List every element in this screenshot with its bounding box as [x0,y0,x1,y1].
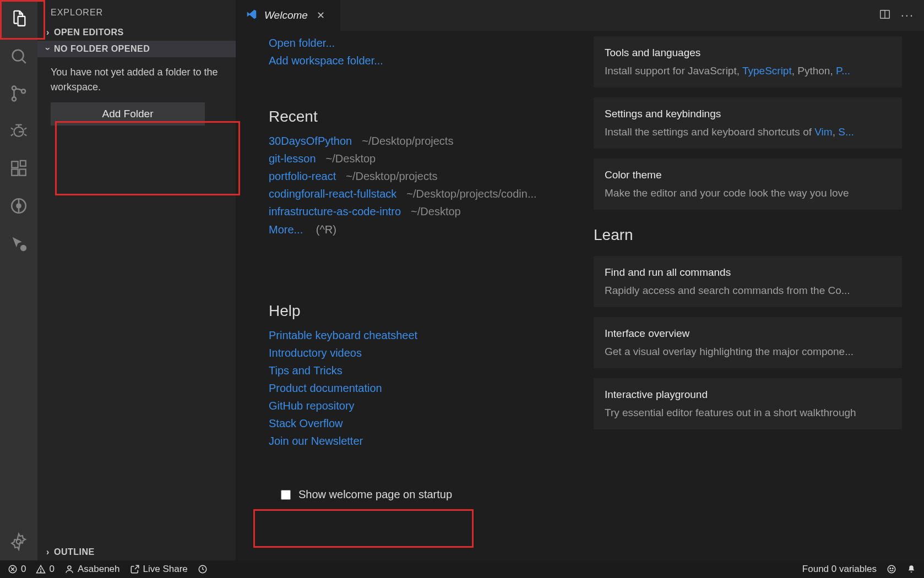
add-folder-button[interactable]: Add Folder [51,102,205,126]
card-sub: Make the editor and your code look the w… [605,186,891,201]
card-title: Color theme [605,167,891,183]
recent-list: 30DaysOfPython~/Desktop/projects git-les… [269,132,561,220]
recent-shortcut: (^R) [316,223,336,236]
no-folder-label: NO FOLDER OPENED [54,44,150,54]
status-warnings[interactable]: 0 [36,564,54,575]
card-sub: Try essential editor features out in a s… [605,405,891,421]
card-title: Find and run all commands [605,265,891,281]
card-interactive-playground[interactable]: Interactive playground Try essential edi… [594,378,902,429]
card-sub: Install the settings and keyboard shortc… [605,124,891,140]
status-variables[interactable]: Found 0 variables [802,564,877,575]
typescript-link[interactable]: TypeScript [742,65,792,77]
vim-link[interactable]: Vim [814,126,832,138]
show-welcome-label: Show welcome page on startup [298,488,452,501]
settings-gear-icon[interactable] [0,523,37,560]
open-editors-label: OPEN EDITORS [54,28,124,37]
tab-welcome[interactable]: Welcome ✕ [236,0,340,31]
show-welcome-checkbox-row[interactable]: Show welcome page on startup [269,483,464,506]
help-link[interactable]: Printable keyboard cheatsheet [269,329,417,341]
recent-item[interactable]: infrastructure-as-code-intro [269,205,401,217]
more-icon[interactable]: ··· [901,8,914,23]
outline-header[interactable]: › OUTLINE [37,544,236,560]
svg-rect-6 [12,161,18,167]
recent-item[interactable]: portfolio-react [269,170,336,182]
recent-item[interactable]: codingforall-react-fullstack [269,188,396,200]
split-editor-icon[interactable] [879,8,891,23]
card-title: Interactive playground [605,387,891,403]
editor-area: Welcome ✕ ··· Open folder... Add workspa… [236,0,924,560]
tab-label: Welcome [264,9,308,21]
svg-point-17 [68,566,71,569]
more-keymap-link[interactable]: S... [838,126,854,138]
recent-path: ~/Desktop/projects/codin... [406,188,536,200]
status-feedback-icon[interactable] [887,564,896,574]
recent-item[interactable]: git-lesson [269,152,316,165]
svg-point-2 [12,86,16,90]
card-title: Settings and keybindings [605,106,891,122]
recent-path: ~/Desktop [411,205,461,217]
recent-item[interactable]: 30DaysOfPython [269,135,352,147]
recent-path: ~/Desktop/projects [362,135,453,147]
chevron-down-icon: › [43,44,53,54]
no-folder-body: You have not yet added a folder to the w… [37,57,236,139]
svg-point-20 [890,568,891,569]
svg-point-16 [41,571,41,572]
help-link[interactable]: Product documentation [269,382,382,394]
svg-point-21 [893,568,894,569]
open-folder-link[interactable]: Open folder... [269,37,335,49]
explorer-sidebar: EXPLORER › OPEN EDITORS › NO FOLDER OPEN… [37,0,236,560]
help-link[interactable]: Tips and Tricks [269,364,343,377]
live-share-icon[interactable] [0,225,37,262]
status-bell-icon[interactable] [906,564,916,574]
svg-rect-7 [12,169,18,175]
svg-rect-8 [19,169,25,175]
help-heading: Help [269,302,561,320]
chevron-right-icon: › [43,28,53,37]
svg-point-3 [12,97,16,101]
activity-bar [0,0,37,560]
status-user[interactable]: Asabeneh [64,564,120,575]
help-link[interactable]: Stack Overflow [269,417,343,429]
svg-rect-9 [20,161,26,166]
close-icon[interactable]: ✕ [314,9,327,21]
card-settings[interactable]: Settings and keybindings Install the set… [594,97,902,149]
tab-bar: Welcome ✕ ··· [236,0,924,31]
sidebar-title: EXPLORER [37,0,236,24]
open-editors-header[interactable]: › OPEN EDITORS [37,24,236,41]
help-link[interactable]: Introductory videos [269,347,362,359]
no-folder-message: You have not yet added a folder to the w… [51,65,225,95]
status-history-icon[interactable] [198,564,208,574]
svg-point-1 [13,50,24,61]
debug-icon[interactable] [0,112,37,150]
help-link[interactable]: GitHub repository [269,400,355,412]
gitlens-icon[interactable] [0,187,37,225]
explorer-icon[interactable] [0,0,37,37]
extensions-icon[interactable] [0,150,37,187]
add-workspace-link[interactable]: Add workspace folder... [269,54,383,67]
card-title: Interface overview [605,326,891,342]
recent-more-link[interactable]: More... [269,223,303,236]
source-control-icon[interactable] [0,75,37,112]
show-welcome-checkbox[interactable] [281,490,291,500]
card-sub: Rapidly access and search commands from … [605,283,891,299]
help-link[interactable]: Join our Newsletter [269,435,363,447]
svg-rect-0 [18,17,25,26]
status-live-share[interactable]: Live Share [130,564,188,575]
outline-label: OUTLINE [54,547,95,557]
card-interface-overview[interactable]: Interface overview Get a visual overlay … [594,317,902,368]
chevron-right-icon: › [43,547,53,557]
card-find-commands[interactable]: Find and run all commands Rapidly access… [594,256,902,307]
svg-point-12 [20,245,26,251]
svg-point-11 [17,204,20,208]
search-icon[interactable] [0,37,37,75]
status-errors[interactable]: 0 [8,564,26,575]
recent-heading: Recent [269,108,561,126]
more-langs-link[interactable]: P... [836,65,850,77]
svg-point-19 [888,565,895,573]
card-sub: Install support for JavaScript, TypeScri… [605,63,891,79]
learn-heading: Learn [594,226,902,244]
card-color-theme[interactable]: Color theme Make the editor and your cod… [594,159,902,210]
no-folder-header[interactable]: › NO FOLDER OPENED [37,41,236,57]
card-sub: Get a visual overlay highlighting the ma… [605,344,891,360]
card-tools[interactable]: Tools and languages Install support for … [594,36,902,88]
